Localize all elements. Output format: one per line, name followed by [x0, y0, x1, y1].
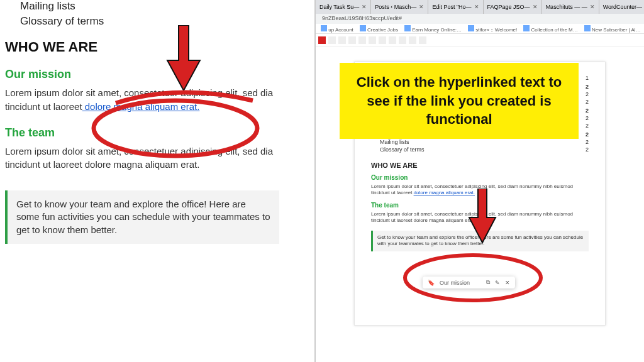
- bookmark[interactable]: New Subscriber | Al…: [584, 25, 641, 33]
- close-icon[interactable]: ✕: [474, 4, 479, 10]
- page-title: WHO WE ARE: [5, 39, 309, 55]
- left-panel: Mailing lists Glossary of terms WHO WE A…: [0, 0, 314, 362]
- toolbar-button[interactable]: [348, 36, 356, 44]
- toolbar-button[interactable]: [328, 36, 336, 44]
- toolbar-button[interactable]: [358, 36, 366, 44]
- toolbar-button[interactable]: [389, 36, 396, 44]
- annotation-circle-left: [84, 87, 267, 162]
- toolbar-button[interactable]: [338, 36, 346, 44]
- bookmark[interactable]: stifor» :: Welcome!: [468, 25, 517, 33]
- tab[interactable]: Edit Post "Ho—✕: [428, 0, 483, 14]
- svg-point-1: [405, 255, 541, 300]
- toolbar-button[interactable]: [379, 36, 386, 44]
- toolbar-button[interactable]: [419, 36, 426, 44]
- bookmark[interactable]: up Account: [321, 25, 353, 33]
- mission-heading: Our mission: [5, 68, 309, 81]
- browser-tabs: Daily Task Su—✕ Posts ‹ Masch—✕ Edit Pos…: [316, 0, 644, 14]
- close-icon[interactable]: ✕: [590, 4, 595, 10]
- toolbar-button[interactable]: [409, 36, 416, 44]
- docs-toolbar: [316, 34, 644, 47]
- callout-box: Get to know your team and explore the of…: [5, 190, 279, 244]
- tab[interactable]: Daily Task Su—✕: [316, 0, 371, 14]
- page-title: WHO WE ARE: [371, 162, 589, 169]
- tab[interactable]: WordCounter—✕: [599, 0, 644, 14]
- body-text: tincidunt ut laoreet: [5, 101, 82, 112]
- right-panel: Daily Task Su—✕ Posts ‹ Masch—✕ Edit Pos…: [314, 0, 644, 362]
- toc-item: Glossary of terms: [5, 15, 309, 28]
- annotation-circle-right: [397, 249, 548, 307]
- hyperlink-text[interactable]: dolore magna aliquam erat.: [414, 190, 475, 195]
- address-bar[interactable]: 9nZBeasU19S8H63sccpU/edit#: [316, 14, 644, 24]
- close-icon[interactable]: ✕: [419, 4, 424, 10]
- tab[interactable]: FAQPage JSO—✕: [484, 0, 542, 14]
- toc-item[interactable]: Glossary of terms: [380, 146, 425, 153]
- toc-item[interactable]: Mailing lists: [380, 139, 409, 145]
- instruction-banner: Click on the hyperlinked text to see if …: [340, 63, 579, 139]
- svg-point-0: [94, 101, 257, 156]
- bookmark[interactable]: Earn Money Online:…: [404, 25, 462, 33]
- toc-item: Mailing lists: [5, 0, 309, 13]
- toolbar-button[interactable]: [399, 36, 406, 44]
- annotation-arrow-left: [165, 25, 203, 94]
- text-color-button[interactable]: [318, 36, 326, 44]
- tab[interactable]: Maschituts — —✕: [542, 0, 599, 14]
- toolbar-button[interactable]: [369, 36, 376, 44]
- annotation-arrow-right: [467, 189, 498, 245]
- tab[interactable]: Posts ‹ Masch—✕: [371, 0, 428, 14]
- bookmark[interactable]: Collection of the M…: [523, 25, 578, 33]
- mission-heading: Our mission: [371, 174, 589, 181]
- bookmarks-bar: up Account Creative Jobs Earn Money Onli…: [316, 24, 644, 34]
- close-icon[interactable]: ✕: [533, 4, 538, 10]
- close-icon[interactable]: ✕: [362, 4, 367, 10]
- bookmark[interactable]: Creative Jobs: [360, 25, 398, 33]
